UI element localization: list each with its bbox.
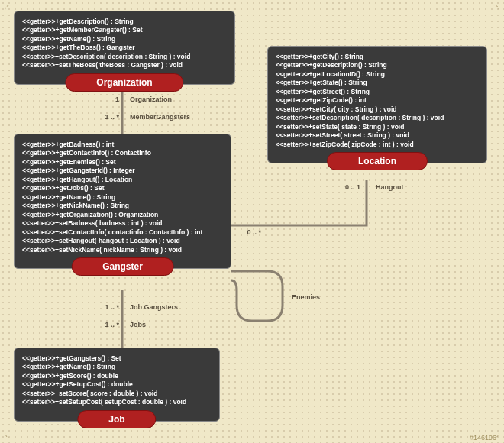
role-jobs: Jobs [130, 321, 146, 328]
method-row: <<getter>>+getZipCode() : int [276, 96, 479, 105]
method-row: <<getter>>+getDescription() : String [22, 18, 227, 26]
method-row: <<getter>>+getDescription() : String [276, 61, 479, 70]
class-title-organization: Organization [65, 73, 183, 92]
role-jobgangsters: Job Gangsters [130, 303, 178, 311]
mult-org-2: 1 .. * [93, 113, 119, 121]
method-row: <<getter>>+getCity() : String [276, 53, 479, 61]
method-row: <<setter>>+setContactInfo( contactinfo :… [22, 228, 223, 237]
watermark: #146196 [470, 434, 496, 441]
role-org: Organization [130, 95, 172, 103]
role-hangout: Hangout [376, 183, 404, 191]
method-row: <<setter>>+setHangout( hangout : Locatio… [22, 237, 223, 245]
method-row: <<getter>>+getName() : String [22, 193, 223, 202]
class-title-gangster: Gangster [71, 257, 174, 276]
class-location: <<getter>>+getCity() : String <<getter>>… [267, 46, 487, 163]
method-row: <<getter>>+getStreet() : String [276, 88, 479, 96]
method-row: <<getter>>+getOrganization() : Organizat… [22, 211, 223, 219]
mult-loc-1: 0 .. 1 [338, 183, 360, 191]
method-row: <<getter>>+getMemberGangster() : Set [22, 26, 227, 34]
class-title-location: Location [327, 152, 428, 170]
class-title-job: Job [77, 410, 156, 428]
class-job: <<getter>>+getGangsters() : Set <<getter… [14, 348, 220, 422]
method-row: <<setter>>+setStreet( street : String ) … [276, 131, 479, 140]
mult-job-2: 1 .. * [93, 321, 119, 328]
method-row: <<getter>>+getName() : String [22, 35, 227, 44]
method-row: <<getter>>+getName() : String [22, 363, 212, 371]
method-row: <<getter>>+getScore() : double [22, 372, 212, 380]
method-row: <<setter>>+setState( state : String ) : … [276, 123, 479, 131]
mult-loc-2: 0 .. * [238, 228, 261, 236]
method-row: <<getter>>+getJobs() : Set [22, 184, 223, 192]
method-row: <<setter>>+setTheBoss( theBoss : Gangste… [22, 61, 227, 70]
mult-job-1: 1 .. * [93, 303, 119, 311]
method-row: <<setter>>+setSetupCost( setupCost : dou… [22, 398, 212, 406]
method-row: <<getter>>+getSetupCost() : double [22, 380, 212, 389]
method-row: <<setter>>+setScore( score : double ) : … [22, 390, 212, 398]
method-row: <<getter>>+getLocationID() : String [276, 70, 479, 79]
method-row: <<setter>>+setDescription( description :… [276, 114, 479, 122]
method-row: <<setter>>+setDescription( description :… [22, 53, 227, 61]
method-row: <<setter>>+setZipCode( zipCode : int ) :… [276, 141, 479, 149]
method-row: <<getter>>+getState() : String [276, 79, 479, 87]
method-row: <<setter>>+setBadness( badness : int ) :… [22, 219, 223, 228]
role-enemies: Enemies [292, 293, 320, 301]
role-membergangsters: MemberGangsters [130, 113, 190, 121]
method-row: <<getter>>+getBadness() : int [22, 141, 223, 149]
class-organization: <<getter>>+getDescription() : String <<g… [14, 11, 235, 85]
method-row: <<getter>>+getTheBoss() : Gangster [22, 44, 227, 52]
method-row: <<setter>>+setNickName( nickName : Strin… [22, 246, 223, 254]
method-row: <<getter>>+getHangout() : Location [22, 176, 223, 184]
method-row: <<getter>>+getGangsterId() : Integer [22, 167, 223, 175]
method-row: <<setter>>+setCity( city : String ) : vo… [276, 105, 479, 114]
method-row: <<getter>>+getNickName() : String [22, 202, 223, 210]
method-row: <<getter>>+getContactInfo() : ContactInf… [22, 149, 223, 157]
mult-org-1: 1 [107, 95, 119, 103]
method-row: <<getter>>+getGangsters() : Set [22, 354, 212, 363]
method-row: <<getter>>+getEnemies() : Set [22, 158, 223, 167]
class-gangster: <<getter>>+getBadness() : int <<getter>>… [14, 134, 231, 269]
